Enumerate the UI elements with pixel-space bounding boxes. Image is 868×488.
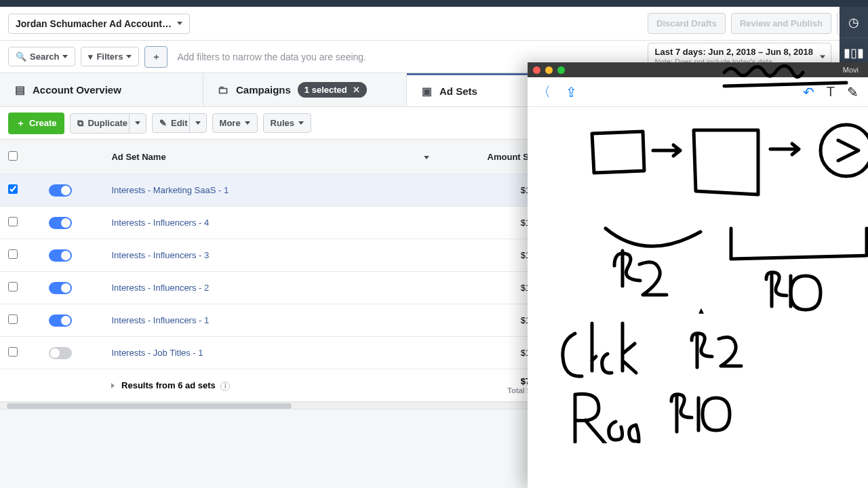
date-range-label: Last 7 days: Jun 2, 2018 – Jun 8, 2018 [655, 47, 813, 58]
filters-label: Filters [96, 52, 123, 62]
row-checkbox[interactable] [8, 249, 18, 259]
notes-canvas[interactable]: ▴ [528, 62, 868, 488]
expand-icon[interactable] [111, 383, 115, 388]
discard-drafts-button[interactable]: Discard Drafts [648, 13, 726, 34]
create-button[interactable]: ＋ Create [8, 113, 64, 134]
chevron-down-icon [195, 121, 201, 125]
chevron-down-icon [820, 55, 825, 58]
row-checkbox[interactable] [8, 282, 18, 291]
duplicate-icon: ⧉ [77, 118, 83, 129]
row-checkbox[interactable] [8, 314, 18, 324]
close-icon[interactable]: ✕ [353, 85, 360, 95]
selected-count-pill[interactable]: 1 selected ✕ [298, 82, 367, 98]
account-selector[interactable]: Jordan Schumacher Ad Account… [8, 14, 190, 34]
chevron-down-icon [298, 121, 304, 125]
tab-label: Account Overview [33, 84, 121, 96]
plus-icon: ＋ [16, 117, 25, 129]
more-button[interactable]: More [212, 113, 258, 133]
select-all-checkbox[interactable] [8, 151, 18, 161]
row-checkbox[interactable] [8, 217, 18, 226]
cursor-icon: ▴ [698, 304, 704, 317]
tab-label: Ad Sets [439, 85, 477, 97]
status-toggle[interactable] [49, 314, 72, 327]
chevron-down-icon [62, 55, 68, 58]
review-publish-button[interactable]: Review and Publish [731, 13, 831, 34]
edit-dropdown[interactable] [189, 113, 207, 133]
chevron-down-icon [126, 55, 132, 58]
adset-link[interactable]: Interests - Influencers - 2 [111, 283, 209, 293]
folder-icon: 🗀 [217, 84, 229, 96]
overview-icon: ▤ [14, 84, 26, 96]
filters-button[interactable]: ▾ Filters [81, 47, 139, 66]
adset-name-cell: Interests - Influencers - 1 [103, 304, 437, 337]
create-label: Create [29, 118, 56, 128]
status-toggle[interactable] [49, 347, 72, 359]
adset-name-cell: Interests - Job Titles - 1 [103, 337, 437, 369]
duplicate-label: Duplicate [87, 118, 127, 128]
chevron-down-icon [245, 121, 250, 125]
filter-hint: Add filters to narrow the data you are s… [177, 52, 366, 62]
adset-name-cell: Interests - Influencers - 3 [103, 239, 437, 272]
search-label: Search [30, 52, 59, 62]
pill-label: 1 selected [304, 85, 347, 95]
svg-point-0 [821, 125, 868, 176]
status-toggle[interactable] [49, 282, 72, 294]
pencil-icon: ✎ [159, 118, 167, 128]
info-icon[interactable]: i [220, 382, 230, 391]
adset-link[interactable]: Interests - Influencers - 3 [111, 250, 209, 260]
row-checkbox[interactable] [8, 347, 18, 357]
adset-link[interactable]: Interests - Influencers - 1 [111, 315, 209, 325]
status-toggle[interactable] [49, 249, 72, 262]
adset-name-cell: Interests - Marketing SaaS - 1 [103, 174, 437, 207]
status-toggle[interactable] [49, 217, 72, 229]
results-summary: Results from 6 ad sets i [103, 369, 437, 402]
account-label: Jordan Schumacher Ad Account… [16, 18, 172, 29]
adset-name-cell: Interests - Influencers - 4 [103, 207, 437, 239]
edit-label: Edit [171, 118, 188, 128]
tab-label: Campaigns [236, 84, 291, 96]
adset-link[interactable]: Interests - Influencers - 4 [111, 218, 209, 228]
col-name[interactable]: Ad Set Name [111, 152, 165, 162]
rules-label: Rules [271, 118, 294, 128]
adset-link[interactable]: Interests - Job Titles - 1 [111, 348, 203, 358]
rules-button[interactable]: Rules [263, 113, 311, 133]
row-checkbox[interactable] [8, 184, 18, 194]
duplicate-button[interactable]: ⧉ Duplicate [70, 113, 135, 134]
plus-icon: ＋ [152, 51, 161, 63]
chevron-down-icon [135, 121, 140, 125]
sort-icon[interactable] [424, 156, 429, 159]
search-button[interactable]: 🔍 Search [8, 47, 75, 66]
status-toggle[interactable] [49, 184, 72, 197]
filter-icon: ▾ [88, 52, 93, 62]
adset-name-cell: Interests - Influencers - 2 [103, 272, 437, 304]
adsets-icon: ▣ [420, 85, 433, 97]
results-label: Results from 6 ad sets [121, 380, 216, 390]
tab-campaigns[interactable]: 🗀 Campaigns 1 selected ✕ [203, 73, 407, 106]
more-label: More [220, 118, 241, 128]
chevron-down-icon [177, 22, 182, 25]
header-bar: Jordan Schumacher Ad Account… Discard Dr… [0, 7, 868, 41]
clock-icon[interactable]: ◷ [840, 7, 868, 37]
duplicate-dropdown[interactable] [129, 113, 146, 134]
notes-window: Movi 〈 ⇪ ↶ T ✎ [528, 62, 868, 488]
add-filter-button[interactable]: ＋ [144, 46, 167, 68]
adset-link[interactable]: Interests - Marketing SaaS - 1 [111, 185, 229, 195]
right-rail: ◷ ▮▯▮ [840, 7, 868, 68]
tab-account-overview[interactable]: ▤ Account Overview [0, 73, 203, 106]
search-icon: 🔍 [16, 52, 26, 62]
